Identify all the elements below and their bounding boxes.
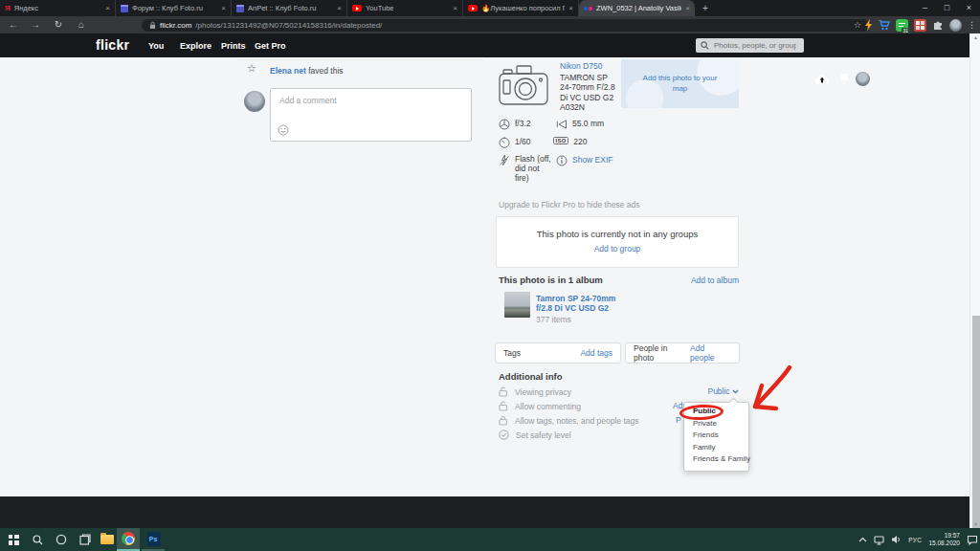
cortana-button[interactable] <box>50 528 73 551</box>
menu-item-family[interactable]: Family <box>684 442 748 454</box>
photoshop-icon: Ps <box>146 532 161 546</box>
exif-show: Show EXIF <box>556 155 613 166</box>
people-label: People in photo <box>634 343 690 363</box>
cart-extension-icon[interactable] <box>879 20 890 31</box>
grid-extension-icon[interactable] <box>914 19 926 32</box>
tab-anpet-foto-ru[interactable]: AnPet :: Клуб Foto.ru × <box>232 0 347 16</box>
previous-card-edge <box>237 57 483 60</box>
tab-close-icon[interactable]: × <box>453 4 457 12</box>
album-section-title: This photo is in 1 album <box>499 275 603 285</box>
chrome-icon <box>122 532 135 545</box>
browser-tab-strip: Я Яндекс × Форум :: Клуб Foto.ru × AnPet… <box>0 0 980 16</box>
forward-icon[interactable]: → <box>28 16 43 33</box>
window-controls: – □ × <box>914 0 980 16</box>
safety-level-row: Set safety level <box>499 430 571 440</box>
user-avatar[interactable] <box>856 72 870 86</box>
taskbar-search-button[interactable] <box>26 528 49 551</box>
start-button[interactable] <box>2 528 25 551</box>
scrollbar-thumb[interactable] <box>972 316 980 528</box>
unlock-icon <box>499 401 508 411</box>
nav-prints[interactable]: Prints <box>221 41 246 51</box>
exif-exposure: 1/60 <box>499 137 531 148</box>
chat-extension-icon[interactable]: 31 <box>896 19 908 32</box>
upload-cloud-icon[interactable] <box>814 74 830 85</box>
camera-model-link[interactable]: Nikon D750 <box>560 61 602 71</box>
file-explorer-button[interactable] <box>96 528 119 551</box>
menu-item-friends-family[interactable]: Friends & Family <box>684 453 748 466</box>
close-button[interactable]: × <box>958 0 980 16</box>
annotation-red-arrow <box>713 362 799 417</box>
add-to-map-link[interactable]: Add this photo to your map <box>621 74 739 94</box>
tab-close-icon[interactable]: × <box>568 4 573 12</box>
show-exif-link[interactable]: Show EXIF <box>572 155 613 165</box>
nav-explore[interactable]: Explore <box>180 41 212 51</box>
aperture-icon <box>499 119 510 130</box>
action-center-icon[interactable] <box>967 535 978 545</box>
chrome-taskbar-button[interactable] <box>117 528 140 551</box>
windows-taskbar: Ps РУС 19:57 15.08.2020 <box>0 528 980 551</box>
flickr-search-box[interactable] <box>696 38 804 53</box>
tab-youtube[interactable]: YouTube × <box>347 0 463 16</box>
menu-item-friends[interactable]: Friends <box>684 430 748 442</box>
bookmark-star-icon[interactable]: ☆ <box>854 20 861 30</box>
add-people-link[interactable]: Add people <box>690 343 731 363</box>
info-icon <box>556 155 568 166</box>
add-to-album-link[interactable]: Add to album <box>691 276 739 285</box>
nav-get-pro[interactable]: Get Pro <box>255 41 286 51</box>
volume-icon[interactable] <box>891 535 902 544</box>
task-view-icon <box>79 534 91 545</box>
comment-input[interactable] <box>271 89 471 125</box>
map-add-box[interactable]: Add this photo to your map <box>621 59 739 108</box>
fave-user-link[interactable]: Elena net <box>270 66 306 76</box>
minimize-button[interactable]: – <box>914 0 936 16</box>
nav-you[interactable]: You <box>148 41 164 51</box>
back-icon[interactable]: ← <box>6 16 21 33</box>
language-indicator[interactable]: РУС <box>908 537 922 543</box>
emoji-smiley-icon[interactable] <box>278 124 289 136</box>
search-icon <box>33 535 43 545</box>
reload-icon[interactable]: ↻ <box>51 16 66 33</box>
tagging-value-fragment[interactable]: P <box>676 415 681 425</box>
aperture-value: f/3.2 <box>515 119 531 128</box>
album-thumbnail[interactable] <box>504 292 530 318</box>
photoshop-taskbar-button[interactable]: Ps <box>142 528 165 551</box>
tab-title: YouTube <box>366 4 449 12</box>
screen: Я Яндекс × Форум :: Клуб Foto.ru × AnPet… <box>0 0 980 551</box>
viewing-privacy-row: Viewing privacy <box>499 386 571 397</box>
tab-youtube-video[interactable]: 🔥Лукашенко попросил Пути × <box>463 0 579 16</box>
tab-close-icon[interactable]: × <box>685 4 690 12</box>
tray-expand-chevron-icon[interactable] <box>858 537 867 542</box>
fave-activity-row: Elena net faved this <box>270 66 344 76</box>
shutter-speed-icon <box>499 137 510 148</box>
date-value: 15.08.2020 <box>928 540 960 546</box>
extensions-puzzle-icon[interactable] <box>932 19 944 31</box>
page-scrollbar[interactable]: ▲ ▼ <box>969 33 980 528</box>
taskbar-clock[interactable]: 19:57 15.08.2020 <box>928 532 960 547</box>
browser-profile-avatar[interactable] <box>949 19 962 32</box>
tab-close-icon[interactable]: × <box>105 4 110 12</box>
add-to-group-link[interactable]: Add to group <box>497 244 738 253</box>
tab-forum-foto-ru[interactable]: Форум :: Клуб Foto.ru × <box>116 0 232 16</box>
browser-menu-icon[interactable]: ⋮ <box>968 20 976 30</box>
url-omnibox[interactable]: flickr.com/photos/131231492@N07/50214158… <box>142 19 869 32</box>
youtube-favicon <box>468 5 478 11</box>
scroll-down-arrow[interactable]: ▼ <box>970 521 980 527</box>
lightning-extension-icon[interactable] <box>864 19 873 31</box>
new-tab-button[interactable]: + <box>695 0 716 16</box>
tab-close-icon[interactable]: × <box>221 4 226 12</box>
tab-flickr-active[interactable]: ZWN_0532 | Anatoliy Vasilev | Fli × <box>579 0 695 16</box>
tab-close-icon[interactable]: × <box>337 4 342 12</box>
network-icon[interactable] <box>874 535 884 545</box>
comment-box <box>270 88 472 142</box>
add-tags-link[interactable]: Add tags <box>580 348 612 358</box>
flickr-logo[interactable]: flickr <box>96 37 129 53</box>
search-input[interactable] <box>712 40 798 51</box>
task-view-button[interactable] <box>74 528 97 551</box>
notifications-bell-icon[interactable] <box>839 73 850 85</box>
maximize-button[interactable]: □ <box>936 0 958 16</box>
tab-yandex[interactable]: Я Яндекс × <box>0 0 116 16</box>
browser-address-bar: ← → ↻ ⌂ flickr.com/photos/131231492@N07/… <box>0 16 980 33</box>
album-title-link[interactable]: Tamron SP 24-70mm f/2.8 Di VC USD G2 <box>536 294 616 314</box>
scroll-up-arrow[interactable]: ▲ <box>970 34 980 40</box>
home-icon[interactable]: ⌂ <box>74 16 89 33</box>
